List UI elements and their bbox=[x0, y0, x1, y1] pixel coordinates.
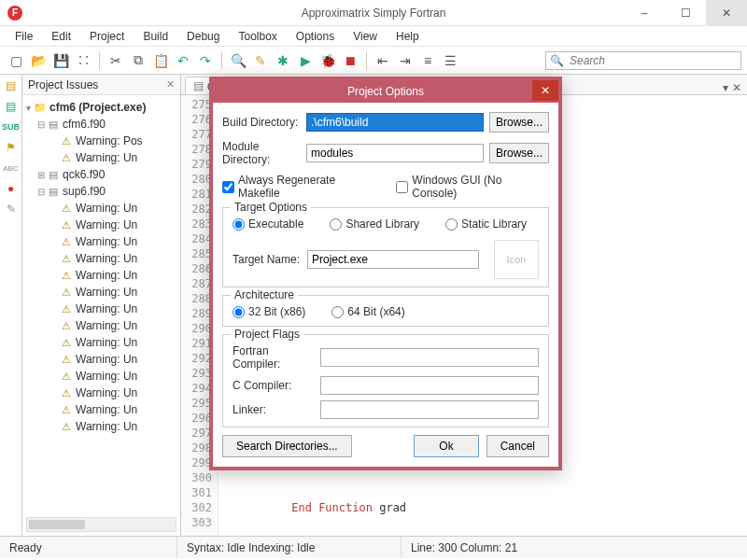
menu-file[interactable]: File bbox=[6, 28, 42, 45]
toolbar: ▢ 📂 💾 ⸬ ✂ ⧉ 📋 ↶ ↷ 🔍 ✎ ✱ ▶ 🐞 ⏹ ⇤ ⇥ ≡ ☰ 🔍 bbox=[0, 47, 747, 75]
new-icon[interactable]: ▢ bbox=[6, 50, 26, 71]
redo-icon[interactable]: ↷ bbox=[195, 50, 216, 71]
warning-item[interactable]: ⚠Warning: Un bbox=[22, 401, 180, 418]
panel-close-icon[interactable]: ✕ bbox=[166, 78, 175, 91]
menu-view[interactable]: View bbox=[344, 28, 387, 45]
tree-item[interactable]: ⊟▤sup6.f90 bbox=[22, 183, 180, 200]
format2-icon[interactable]: ☰ bbox=[440, 50, 460, 71]
search-box[interactable]: 🔍 bbox=[545, 51, 741, 70]
linker-flags-label: Linker: bbox=[233, 403, 317, 416]
copy-icon[interactable]: ⧉ bbox=[128, 50, 148, 71]
run-icon[interactable]: ▶ bbox=[295, 50, 316, 71]
arch-32-radio[interactable]: 32 Bit (x86) bbox=[233, 305, 305, 318]
stop-icon[interactable]: ⏹ bbox=[340, 50, 360, 71]
horizontal-scrollbar[interactable] bbox=[26, 517, 176, 532]
warning-item[interactable]: ⚠Warning: Un bbox=[22, 217, 180, 233]
warning-item[interactable]: ⚠Warning: Un bbox=[22, 284, 180, 301]
project-flags-group: Project Flags Fortran Compiler: C Compil… bbox=[222, 334, 549, 427]
maximize-button[interactable]: ☐ bbox=[665, 0, 706, 26]
save-icon[interactable]: 💾 bbox=[50, 50, 71, 71]
module-dir-browse-button[interactable]: Browse... bbox=[489, 143, 549, 163]
build-icon[interactable]: ✱ bbox=[273, 50, 293, 71]
close-button[interactable]: ✕ bbox=[706, 0, 747, 26]
gutter-abc-icon[interactable]: ABC bbox=[4, 161, 19, 175]
titlebar: F Approximatrix Simply Fortran – ☐ ✕ bbox=[0, 0, 747, 26]
arch-64-radio[interactable]: 64 Bit (x64) bbox=[331, 305, 404, 318]
undo-icon[interactable]: ↶ bbox=[173, 50, 193, 71]
panel-close-icon[interactable]: ✕ bbox=[732, 81, 741, 94]
save-all-icon[interactable]: ⸬ bbox=[73, 50, 93, 71]
target-executable-radio[interactable]: Executable bbox=[233, 217, 303, 231]
paste-icon[interactable]: 📋 bbox=[150, 50, 171, 71]
warning-item[interactable]: ⚠Warning: Un bbox=[22, 334, 180, 351]
target-options-group: Target Options Executable Shared Library… bbox=[222, 207, 549, 287]
warning-item[interactable]: ⚠Warning: Un bbox=[22, 368, 180, 385]
warning-item[interactable]: ⚠Warning: Un bbox=[22, 385, 180, 401]
warning-item[interactable]: ⚠Warning: Un bbox=[22, 301, 180, 317]
gutter-issues-icon[interactable]: ▤ bbox=[4, 78, 19, 93]
linker-flags-input[interactable] bbox=[320, 400, 539, 419]
cancel-button[interactable]: Cancel bbox=[486, 435, 549, 457]
indent-icon[interactable]: ⇤ bbox=[373, 50, 393, 71]
warning-item[interactable]: ⚠Warning: Un bbox=[22, 250, 180, 267]
panel-dropdown-icon[interactable]: ▾ bbox=[723, 81, 728, 94]
file-icon: ▤ bbox=[193, 79, 204, 92]
warning-item[interactable]: ⚠Warning: Un bbox=[22, 317, 180, 334]
module-dir-label: Module Directory: bbox=[222, 140, 301, 166]
menu-toolbox[interactable]: Toolbox bbox=[229, 28, 286, 45]
menu-project[interactable]: Project bbox=[80, 28, 134, 45]
always-regen-checkbox[interactable]: Always Regenerate Makefile bbox=[222, 174, 379, 200]
warning-item[interactable]: ⚠Warning: Un bbox=[22, 351, 180, 368]
tree-item[interactable]: ▾📁cfm6 (Project.exe) bbox=[22, 99, 180, 116]
dialog-close-icon[interactable]: ✕ bbox=[532, 80, 558, 101]
gutter-pencil-icon[interactable]: ✎ bbox=[4, 202, 19, 217]
target-name-input[interactable] bbox=[307, 250, 479, 269]
project-options-dialog: Project Options ✕ Build Directory: Brows… bbox=[209, 77, 562, 470]
windows-gui-checkbox[interactable]: Windows GUI (No Console) bbox=[396, 174, 549, 200]
target-static-radio[interactable]: Static Library bbox=[445, 217, 527, 231]
gutter-breakpoint-icon[interactable]: ● bbox=[4, 181, 19, 196]
build-dir-browse-button[interactable]: Browse... bbox=[489, 112, 549, 133]
menu-build[interactable]: Build bbox=[134, 28, 177, 45]
debug-icon[interactable]: 🐞 bbox=[317, 50, 338, 71]
menu-options[interactable]: Options bbox=[287, 28, 344, 45]
ok-button[interactable]: Ok bbox=[414, 435, 478, 457]
c-flags-input[interactable] bbox=[320, 376, 539, 395]
find-icon[interactable]: 🔍 bbox=[228, 50, 248, 71]
warning-item[interactable]: ⚠Warning: Un bbox=[22, 418, 180, 435]
outdent-icon[interactable]: ⇥ bbox=[395, 50, 416, 71]
build-dir-input[interactable] bbox=[306, 113, 484, 132]
project-issues-panel: Project Issues ✕ ▾📁cfm6 (Project.exe)⊟▤c… bbox=[22, 75, 181, 536]
fortran-flags-input[interactable] bbox=[320, 348, 539, 367]
app-icon: F bbox=[7, 6, 22, 21]
replace-icon[interactable]: ✎ bbox=[250, 50, 271, 71]
warning-item[interactable]: ⚠Warning: Un bbox=[22, 267, 180, 284]
menu-debug[interactable]: Debug bbox=[177, 28, 229, 45]
gutter-bookmark-icon[interactable]: ⚑ bbox=[4, 140, 19, 155]
tree-item[interactable]: ⊟▤cfm6.f90 bbox=[22, 116, 180, 133]
target-options-legend: Target Options bbox=[231, 201, 311, 214]
gutter-sub-icon[interactable]: SUB bbox=[4, 119, 19, 134]
target-shared-radio[interactable]: Shared Library bbox=[330, 217, 419, 231]
architecture-group: Architecture 32 Bit (x86) 64 Bit (x64) bbox=[222, 295, 549, 327]
open-icon[interactable]: 📂 bbox=[28, 50, 49, 71]
menu-help[interactable]: Help bbox=[387, 28, 429, 45]
issues-tree[interactable]: ▾📁cfm6 (Project.exe)⊟▤cfm6.f90⚠Warning: … bbox=[22, 95, 180, 536]
warning-item[interactable]: ⚠Warning: Un bbox=[22, 149, 180, 166]
status-bar: Ready Syntax: Idle Indexing: Idle Line: … bbox=[0, 536, 747, 558]
warning-item[interactable]: ⚠Warning: Un bbox=[22, 200, 180, 217]
gutter-markers-icon[interactable]: ▤ bbox=[4, 99, 19, 114]
minimize-button[interactable]: – bbox=[624, 0, 665, 26]
target-icon-button[interactable]: Icon bbox=[494, 240, 539, 279]
dialog-title: Project Options bbox=[347, 85, 424, 98]
format-icon[interactable]: ≡ bbox=[417, 50, 438, 71]
menu-edit[interactable]: Edit bbox=[42, 28, 80, 45]
search-directories-button[interactable]: Search Directories... bbox=[222, 435, 352, 457]
module-dir-input[interactable] bbox=[306, 144, 484, 162]
tree-item[interactable]: ⊞▤qck6.f90 bbox=[22, 166, 180, 183]
search-input[interactable] bbox=[568, 53, 737, 68]
warning-item[interactable]: ⚠Warning: Un bbox=[22, 233, 180, 250]
fortran-flags-label: Fortran Compiler: bbox=[233, 344, 317, 371]
warning-item[interactable]: ⚠Warning: Pos bbox=[22, 133, 180, 149]
cut-icon[interactable]: ✂ bbox=[106, 50, 126, 71]
